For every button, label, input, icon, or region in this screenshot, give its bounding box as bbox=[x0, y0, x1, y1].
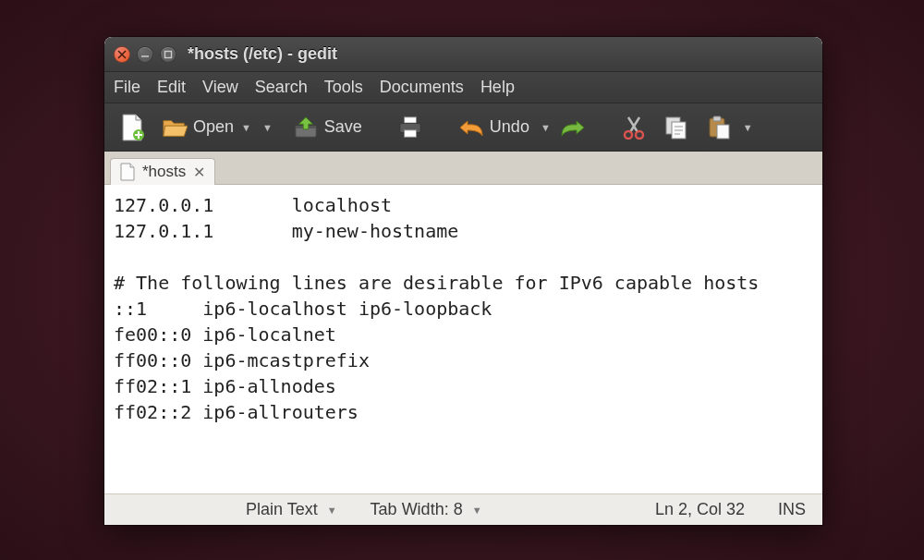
gedit-window: *hosts (/etc) - gedit File Edit View Sea… bbox=[104, 37, 822, 525]
redo-icon bbox=[560, 115, 586, 140]
menu-search[interactable]: Search bbox=[255, 78, 308, 97]
undo-label: Undo bbox=[490, 117, 529, 137]
print-icon bbox=[397, 115, 423, 140]
status-cursor-position: Ln 2, Col 32 bbox=[638, 500, 761, 519]
undo-button[interactable]: Undo bbox=[451, 109, 537, 146]
minimize-icon bbox=[140, 50, 150, 59]
svg-rect-0 bbox=[165, 51, 172, 57]
open-button[interactable]: Open ▼ bbox=[154, 109, 259, 146]
statusbar: Plain Text▼ Tab Width: 8▼ Ln 2, Col 32 I… bbox=[104, 493, 822, 525]
svg-rect-12 bbox=[713, 116, 721, 121]
save-button[interactable]: Save bbox=[286, 109, 370, 146]
close-icon bbox=[117, 50, 127, 59]
save-label: Save bbox=[324, 117, 362, 137]
cut-icon bbox=[621, 115, 647, 140]
titlebar[interactable]: *hosts (/etc) - gedit bbox=[104, 37, 822, 72]
tab-close-icon[interactable]: ✕ bbox=[193, 164, 205, 181]
paste-button[interactable] bbox=[699, 109, 739, 146]
print-button[interactable] bbox=[390, 109, 431, 146]
paste-icon bbox=[706, 115, 732, 140]
minimize-button[interactable] bbox=[137, 46, 153, 63]
tab-label: *hosts bbox=[142, 163, 186, 181]
new-file-icon bbox=[119, 115, 145, 140]
tabbar: *hosts ✕ bbox=[104, 152, 822, 185]
status-insert-mode: INS bbox=[761, 500, 822, 519]
svg-rect-13 bbox=[717, 125, 729, 139]
status-language[interactable]: Plain Text▼ bbox=[229, 500, 354, 519]
menu-file[interactable]: File bbox=[114, 78, 140, 97]
chevron-down-icon: ▼ bbox=[472, 505, 482, 516]
toolbar-overflow-icon[interactable]: ▼ bbox=[743, 122, 753, 133]
redo-button[interactable] bbox=[553, 109, 593, 146]
close-button[interactable] bbox=[114, 46, 130, 63]
maximize-button[interactable] bbox=[160, 46, 176, 63]
save-icon bbox=[293, 115, 319, 140]
menu-tools[interactable]: Tools bbox=[324, 78, 363, 97]
window-title: *hosts (/etc) - gedit bbox=[188, 44, 337, 64]
svg-rect-4 bbox=[404, 116, 416, 123]
maximize-icon bbox=[164, 50, 173, 59]
menu-edit[interactable]: Edit bbox=[157, 78, 186, 97]
undo-dropdown[interactable]: ▼ bbox=[541, 122, 551, 133]
cut-button[interactable] bbox=[614, 109, 654, 146]
status-tabwidth[interactable]: Tab Width: 8▼ bbox=[354, 500, 499, 519]
toolbar: Open ▼ ▼ Save Undo ▼ bbox=[104, 103, 822, 152]
menu-help[interactable]: Help bbox=[480, 78, 515, 97]
svg-rect-6 bbox=[404, 129, 416, 136]
svg-point-8 bbox=[636, 131, 643, 139]
copy-button[interactable] bbox=[656, 109, 697, 146]
file-icon bbox=[120, 163, 135, 181]
copy-icon bbox=[663, 115, 689, 140]
undo-icon bbox=[458, 115, 484, 140]
open-label: Open bbox=[193, 117, 234, 137]
open-dropdown[interactable]: ▼ bbox=[262, 122, 273, 133]
menubar: File Edit View Search Tools Documents He… bbox=[104, 72, 822, 103]
new-button[interactable] bbox=[112, 109, 152, 146]
menu-documents[interactable]: Documents bbox=[380, 78, 464, 97]
svg-point-7 bbox=[625, 131, 632, 139]
chevron-down-icon: ▼ bbox=[241, 122, 251, 133]
window-controls bbox=[114, 46, 176, 63]
tab-hosts[interactable]: *hosts ✕ bbox=[110, 158, 215, 185]
menu-view[interactable]: View bbox=[202, 78, 238, 97]
chevron-down-icon: ▼ bbox=[327, 505, 337, 516]
open-folder-icon bbox=[162, 115, 188, 140]
editor-textarea[interactable]: 127.0.0.1 localhost 127.0.1.1 my-new-hos… bbox=[104, 185, 822, 493]
